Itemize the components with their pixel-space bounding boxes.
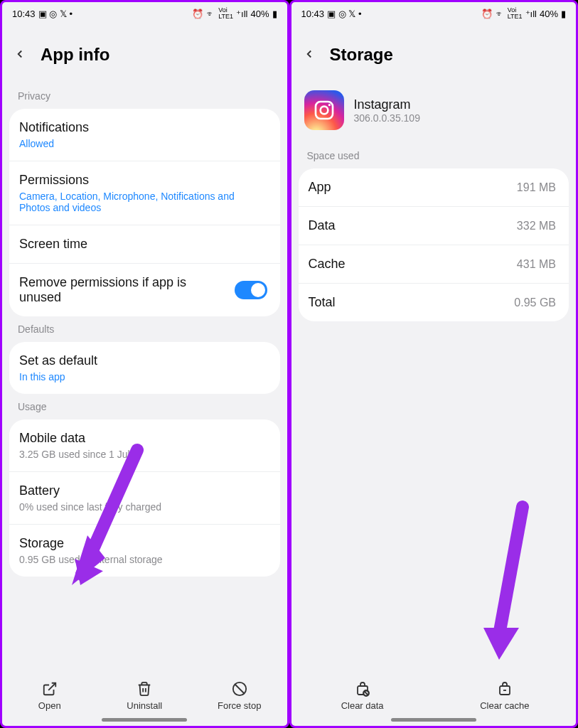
clear-cache-icon [496,680,513,697]
app-name: Instagram [354,97,420,112]
battery-icon: ▮ [272,9,277,18]
battery-label: 40% [540,9,558,18]
volte-icon: VoiLTE1 [218,7,233,20]
battery-row[interactable]: Battery 0% used since last fully charged [9,472,280,525]
header: App info [2,22,287,83]
status-left-icons: ▣ ◎ 𝕏 • [38,9,73,18]
storage-row[interactable]: Storage 0.95 GB used in Internal storage [9,525,280,577]
svg-line-0 [48,683,55,690]
home-indicator[interactable] [102,718,187,722]
permissions-row[interactable]: Permissions Camera, Location, Microphone… [9,161,280,225]
section-privacy: Privacy [2,83,287,109]
svg-point-8 [328,104,330,106]
space-total-row: Total 0.95 GB [299,284,569,321]
status-left-icons: ▣ ◎ 𝕏 • [327,9,361,18]
mobiledata-row[interactable]: Mobile data 3.25 GB used since 1 Jul [9,419,280,472]
trash-icon [137,680,152,697]
forcestop-icon [232,680,247,697]
remove-perms-row[interactable]: Remove permissions if app is unused [9,264,280,316]
svg-line-2 [235,684,244,693]
back-button[interactable] [9,42,31,68]
back-button[interactable] [299,42,320,68]
storage-screen: 10:43 ▣ ◎ 𝕏 • ⏰ ᯤ VoiLTE1 ⁺ıll 40% ▮ Sto… [289,0,579,728]
app-version: 306.0.0.35.109 [354,112,420,124]
section-spaceused: Space used [291,143,577,168]
action-bar: Clear data Clear cache [291,673,577,715]
notifications-row[interactable]: Notifications Allowed [9,109,280,161]
alarm-icon: ⏰ [481,9,493,18]
svg-point-7 [320,107,328,114]
status-time: 10:43 [301,9,325,18]
clear-data-icon [354,680,371,697]
action-bar: Open Uninstall Force stop [2,673,287,715]
battery-icon: ▮ [561,9,566,18]
volte-icon: VoiLTE1 [508,7,523,20]
section-defaults: Defaults [2,316,287,342]
space-cache-row: Cache 431 MB [299,245,569,284]
clear-cache-button[interactable]: Clear cache [434,680,576,711]
app-header: Instagram 306.0.0.35.109 [291,83,577,143]
remove-perms-toggle[interactable] [235,281,267,299]
screentime-row[interactable]: Screen time [9,225,280,264]
wifi-icon: ᯤ [206,9,215,18]
alarm-icon: ⏰ [192,9,203,18]
signal-icon: ⁺ıll [525,9,537,18]
space-app-row: App 191 MB [299,168,569,207]
uninstall-button[interactable]: Uninstall [97,680,193,711]
app-info-screen: 10:43 ▣ ◎ 𝕏 • ⏰ ᯤ VoiLTE1 ⁺ıll 40% ▮ App… [0,0,289,728]
status-bar: 10:43 ▣ ◎ 𝕏 • ⏰ ᯤ VoiLTE1 ⁺ıll 40% ▮ [291,2,577,22]
clear-data-button[interactable]: Clear data [291,680,434,711]
page-title: App info [41,45,109,65]
status-bar: 10:43 ▣ ◎ 𝕏 • ⏰ ᯤ VoiLTE1 ⁺ıll 40% ▮ [2,2,287,22]
instagram-icon [304,90,344,130]
space-data-row: Data 332 MB [299,207,569,245]
open-button[interactable]: Open [2,680,97,711]
header: Storage [291,22,577,83]
page-title: Storage [330,45,393,65]
signal-icon: ⁺ıll [236,9,247,18]
forcestop-button[interactable]: Force stop [192,680,287,711]
section-usage: Usage [2,394,287,419]
wifi-icon: ᯤ [496,9,505,18]
battery-label: 40% [250,9,269,18]
home-indicator[interactable] [391,718,476,722]
open-icon [42,680,58,697]
set-default-row[interactable]: Set as default In this app [9,342,280,394]
status-time: 10:43 [12,9,36,18]
